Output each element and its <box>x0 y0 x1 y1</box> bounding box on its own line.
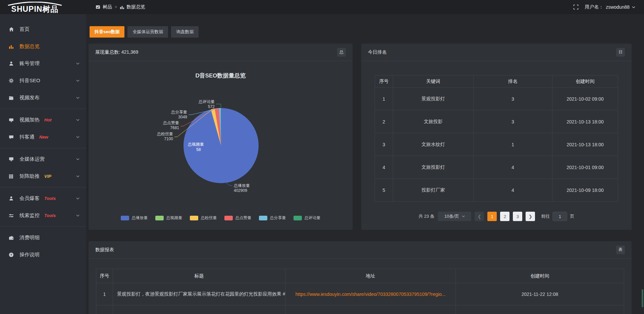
legend-swatch <box>293 216 302 220</box>
cell-created: 2021-11-22 12:08 <box>456 283 624 305</box>
chevron-down-icon <box>76 62 79 65</box>
sidebar-item-matrix-boost[interactable]: 矩阵助推 VIP <box>0 168 86 185</box>
col-header-index: 序号 <box>375 75 393 88</box>
legend-label: 总粉丝量 <box>201 215 217 221</box>
sidebar-item-omnimedia[interactable]: 全媒体运营 <box>0 151 86 168</box>
breadcrumb-current[interactable]: 数据总览 <box>120 4 145 10</box>
cell-title: 景观投影灯，夜游景观投影灯厂家展示展示落花灯在花园里的灯光投影应用效果 # <box>113 283 285 305</box>
new-badge: New <box>39 135 48 140</box>
col-header-created: 创建时间 <box>456 269 624 283</box>
pie-label-shares-name: 总分享量 <box>171 110 187 114</box>
bar-chart-icon <box>9 44 14 49</box>
chevron-down-icon <box>76 197 79 200</box>
scrollbar-thumb[interactable] <box>642 289 643 307</box>
vip-badge: VIP <box>44 174 51 179</box>
cell-keyword: 投影灯厂家 <box>393 179 474 202</box>
sidebar-item-douketong[interactable]: 抖客通 New <box>0 128 86 146</box>
tools-badge: Tools <box>44 213 56 218</box>
tab-douyin-seo[interactable]: 抖音seo数据 <box>90 26 124 38</box>
cell-index: 1 <box>96 283 113 305</box>
legend-swatch <box>259 216 267 220</box>
table-row: 3 文旅水纹灯 1 2021-10-13 18:00 <box>375 133 618 156</box>
sliders-icon <box>9 213 14 218</box>
logo-text-cn: 树品 <box>42 5 58 13</box>
total-mode-button[interactable]: 总 <box>337 48 346 57</box>
pie-label-likes-value: 7681 <box>170 125 179 130</box>
page-button-1[interactable]: 1 <box>487 212 497 221</box>
logo-text-en: SHUPIN <box>11 5 43 13</box>
video-link[interactable]: https://www.iesdouyin.com/share/video/70… <box>296 292 446 297</box>
cell-created: 2021-10-02 09:00 <box>552 88 618 110</box>
sidebar-item-label: 线索监控 <box>19 212 40 219</box>
pie-label-plays-name: 总播放量 <box>233 183 250 188</box>
cell-url: https://www.iesdouyin.com/share/video/70… <box>285 283 456 305</box>
legend-label: 总评论量 <box>305 215 321 221</box>
pie-chart-svg[interactable]: 总评论量 572 总分享量 3049 总点赞量 7681 总粉丝量 7100 总… <box>89 61 353 229</box>
label-line-plays <box>226 183 232 186</box>
chart-legend: 总播放量 总视频量 总粉丝量 总点赞量 总分享量 总评论量 <box>89 215 353 221</box>
sidebar-item-spend-details[interactable]: 消费明细 <box>0 229 86 246</box>
sidebar-item-account[interactable]: 账号管理 <box>0 55 86 72</box>
pie-label-videos-value: 58 <box>196 147 201 152</box>
pie-label-comments-name: 总评论量 <box>198 99 215 104</box>
daily-mode-button[interactable]: 日 <box>616 48 625 57</box>
pagination-total: 共 23 条 <box>419 213 435 219</box>
pie-chart: D音SEO数据量总览 总评论量 <box>89 61 353 229</box>
tools-badge: Tools <box>44 196 56 201</box>
chevron-down-icon <box>76 158 79 160</box>
hot-badge: Hot <box>44 117 52 122</box>
pie-label-fans-value: 7100 <box>164 137 173 141</box>
cell-index: 2 <box>375 110 393 133</box>
sidebar-item-video-publish[interactable]: 视频发布 <box>0 89 86 106</box>
col-header-rank: 排名 <box>474 75 552 88</box>
breadcrumb-root[interactable]: 树品 <box>96 4 112 10</box>
chevron-down-icon <box>76 119 79 121</box>
page-size-value: 10条/页 <box>444 213 459 219</box>
pie-label-videos-name: 总视频量 <box>187 142 204 147</box>
legend-item-videos[interactable]: 总视频量 <box>155 215 182 221</box>
prev-page-button[interactable]: ❮ <box>475 212 484 221</box>
legend-swatch <box>121 216 129 220</box>
cell-keyword: 文旅投影灯 <box>393 156 474 179</box>
sidebar-item-label: 账号管理 <box>19 60 40 67</box>
sidebar-item-member-burst[interactable]: 会员爆客 Tools <box>0 190 86 207</box>
grid-icon <box>9 174 14 179</box>
sidebar-item-data-overview[interactable]: 数据总览 <box>0 38 86 55</box>
main-content: 抖音seo数据 全媒体运营数据 询盘数据 展现量总数: 421,369 总 D音… <box>86 14 644 314</box>
chat-icon <box>9 135 14 140</box>
legend-item-shares[interactable]: 总分享量 <box>259 215 286 221</box>
legend-swatch <box>155 216 164 220</box>
legend-item-comments[interactable]: 总评论量 <box>293 215 321 221</box>
legend-item-plays[interactable]: 总播放量 <box>121 215 148 221</box>
sidebar-item-label: 消费明细 <box>19 234 40 241</box>
cell-created: 2021-10-01 09:00 <box>552 156 618 179</box>
sidebar-divider <box>0 226 86 227</box>
goto-page-input[interactable] <box>552 212 567 221</box>
sidebar-item-lead-monitor[interactable]: 线索监控 Tools <box>0 207 86 224</box>
sidebar-item-douyin-seo[interactable]: 抖音SEO <box>0 72 86 89</box>
fullscreen-icon[interactable] <box>573 4 579 10</box>
table-row: 4 文旅投影灯 4 2021-10-01 09:00 <box>375 156 618 179</box>
impressions-label: 展现量总数: <box>95 49 120 55</box>
sidebar-item-home[interactable]: 首页 <box>0 21 86 38</box>
pie-label-likes-name: 总点赞量 <box>163 120 179 125</box>
tab-omnimedia-data[interactable]: 全媒体运营数据 <box>127 26 168 38</box>
cell-rank: 3 <box>474 110 552 133</box>
chevron-down-icon <box>76 214 79 217</box>
page-button-2[interactable]: 2 <box>500 212 509 221</box>
chevron-down-icon <box>76 136 79 138</box>
sidebar-item-video-heat[interactable]: 视频加热 Hot <box>0 111 86 128</box>
table-mode-button[interactable]: 表 <box>616 246 625 254</box>
cell-rank: 4 <box>474 179 552 202</box>
legend-item-fans[interactable]: 总粉丝量 <box>190 215 217 221</box>
next-page-button[interactable]: ❯ <box>526 212 535 221</box>
page-button-3[interactable]: 3 <box>513 212 522 221</box>
legend-label: 总视频量 <box>166 215 182 221</box>
breadcrumb: 树品 > 数据总览 <box>96 4 145 10</box>
sidebar-item-help[interactable]: ? 操作说明 <box>0 246 86 263</box>
chevron-down-icon <box>76 175 79 177</box>
tab-inquiry-data[interactable]: 询盘数据 <box>171 26 199 38</box>
user-menu[interactable]: 用户名：zswodun88 <box>585 4 635 10</box>
page-size-select[interactable]: 10条/页 <box>438 212 471 221</box>
legend-item-likes[interactable]: 总点赞量 <box>224 215 252 221</box>
